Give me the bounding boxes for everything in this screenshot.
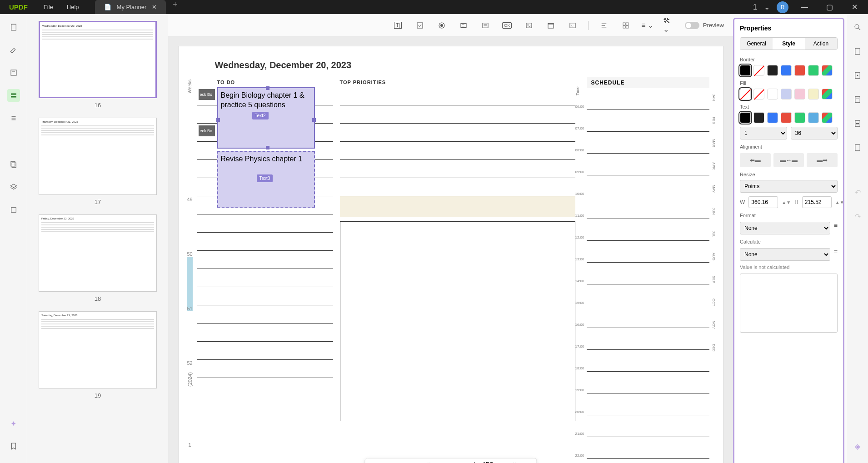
list-icon[interactable]: [7, 112, 20, 124]
minimize-button[interactable]: —: [795, 3, 813, 11]
fields-icon[interactable]: [7, 89, 20, 102]
month-tab[interactable]: DEC: [709, 336, 718, 359]
tab-general[interactable]: General: [740, 38, 773, 50]
thumbnail-18[interactable]: Friday, December 22, 2023 18: [39, 214, 157, 302]
color-swatch[interactable]: [781, 89, 792, 100]
month-tab[interactable]: SEP: [709, 268, 718, 291]
border-width-select[interactable]: 1: [740, 127, 787, 139]
month-tab[interactable]: APR: [709, 154, 718, 177]
month-tab[interactable]: FEB: [709, 109, 718, 132]
doc-icon-r[interactable]: [851, 93, 864, 106]
color-swatch[interactable]: [808, 89, 819, 100]
width-input[interactable]: [748, 196, 778, 208]
listbox-tool[interactable]: [479, 19, 492, 32]
sparkle-icon[interactable]: ✦: [7, 417, 20, 430]
calculate-select[interactable]: None: [740, 248, 830, 261]
month-tab[interactable]: JAN: [709, 86, 718, 109]
doc-count[interactable]: 1: [753, 3, 757, 11]
color-swatch[interactable]: [740, 65, 751, 76]
align-left-button[interactable]: ⬅▬: [740, 153, 771, 167]
tab-close-icon[interactable]: ✕: [152, 4, 157, 10]
text-field-1[interactable]: Begin Biology chapter 1 & practice 5 que…: [217, 87, 315, 149]
document-tab[interactable]: 📄 My Planner ✕: [95, 0, 166, 14]
preview-toggle[interactable]: [685, 22, 699, 29]
month-tab[interactable]: NOV: [709, 314, 718, 336]
menu-file[interactable]: File: [37, 4, 60, 10]
redo-icon[interactable]: ↷: [851, 210, 864, 223]
color-swatch[interactable]: [781, 65, 792, 76]
order-tool[interactable]: ≡ ⌄: [641, 19, 654, 32]
color-swatch[interactable]: [808, 65, 819, 76]
month-tab[interactable]: JUL: [709, 223, 718, 245]
thumbnail-17[interactable]: Thursday, December 21, 2023 17: [39, 118, 157, 205]
bookmark-icon[interactable]: [7, 440, 20, 453]
color-swatch[interactable]: [767, 112, 778, 123]
month-tab[interactable]: AUG: [709, 245, 718, 268]
color-swatch[interactable]: [822, 65, 833, 76]
month-tab[interactable]: OCT: [709, 291, 718, 314]
color-swatch[interactable]: [822, 89, 833, 100]
close-button[interactable]: ✕: [845, 3, 863, 11]
calculate-options-icon[interactable]: ≡: [834, 248, 838, 261]
color-swatch[interactable]: [753, 112, 764, 123]
align-tool[interactable]: [598, 19, 610, 32]
tab-style[interactable]: Style: [773, 38, 805, 50]
checkbox-tool[interactable]: [414, 19, 426, 32]
align-center-button[interactable]: ▬↔▬: [773, 153, 804, 167]
layers-icon[interactable]: [7, 181, 20, 194]
dropdown-icon[interactable]: ⌄: [764, 3, 770, 11]
format-select[interactable]: None: [740, 222, 830, 234]
search-icon[interactable]: [851, 21, 864, 34]
tools-tool[interactable]: 🛠 ⌄: [663, 19, 676, 32]
text-field-2[interactable]: Revise Physics chapter 1 Text3: [217, 151, 315, 208]
checkbox-field[interactable]: eck Bo: [199, 89, 215, 100]
copy-icon[interactable]: [7, 158, 20, 171]
resize-unit-select[interactable]: Points: [740, 180, 838, 193]
thumbnail-19[interactable]: Saturday, December 23, 2023 19: [39, 311, 157, 399]
dropdown-tool[interactable]: [457, 19, 470, 32]
tab-action[interactable]: Action: [805, 38, 837, 50]
menu-help[interactable]: Help: [60, 4, 86, 10]
text-field-tool[interactable]: T|: [392, 19, 404, 32]
month-tab[interactable]: MAY: [709, 177, 718, 200]
edit-icon[interactable]: [7, 44, 20, 56]
color-swatch[interactable]: [767, 65, 778, 76]
color-swatch[interactable]: [794, 65, 805, 76]
color-swatch[interactable]: [808, 112, 819, 123]
month-tab[interactable]: MAR: [709, 132, 718, 154]
ai-icon[interactable]: ◈: [851, 440, 864, 453]
lock-icon[interactable]: [851, 141, 864, 154]
undo-icon[interactable]: ↶: [851, 186, 864, 199]
color-swatch[interactable]: [822, 112, 833, 123]
tab-add-button[interactable]: +: [166, 0, 185, 14]
color-swatch[interactable]: [794, 112, 805, 123]
color-swatch[interactable]: [753, 89, 764, 100]
page-icon[interactable]: [7, 21, 20, 34]
stack-icon[interactable]: [7, 204, 20, 216]
color-swatch[interactable]: [753, 65, 764, 76]
page-icon-r[interactable]: [851, 69, 864, 82]
export-icon[interactable]: [851, 45, 864, 58]
checkbox-field[interactable]: eck Bo: [199, 125, 215, 136]
canvas-area[interactable]: Wednesday, December 20, 2023 Weeks 49 50…: [168, 37, 733, 463]
signature-tool[interactable]: [566, 19, 579, 32]
user-avatar[interactable]: R: [777, 1, 788, 13]
color-swatch[interactable]: [781, 112, 792, 123]
button-tool[interactable]: OK: [501, 19, 514, 32]
grid-tool[interactable]: [619, 19, 632, 32]
color-swatch[interactable]: [794, 89, 805, 100]
image-tool[interactable]: [523, 19, 535, 32]
month-tab[interactable]: JUN: [709, 200, 718, 223]
height-input[interactable]: [802, 196, 832, 208]
thumbnail-16[interactable]: Wednesday, December 20, 2023 16: [39, 21, 157, 109]
font-size-select[interactable]: 36: [791, 127, 838, 139]
color-swatch[interactable]: [767, 89, 778, 100]
redact-icon[interactable]: [851, 117, 864, 130]
form-icon[interactable]: [7, 66, 20, 79]
format-options-icon[interactable]: ≡: [834, 222, 838, 234]
align-right-button[interactable]: ▬➡: [807, 153, 838, 167]
date-tool[interactable]: [544, 19, 557, 32]
color-swatch[interactable]: [740, 112, 751, 123]
radio-tool[interactable]: [435, 19, 448, 32]
maximize-button[interactable]: ▢: [820, 3, 838, 11]
